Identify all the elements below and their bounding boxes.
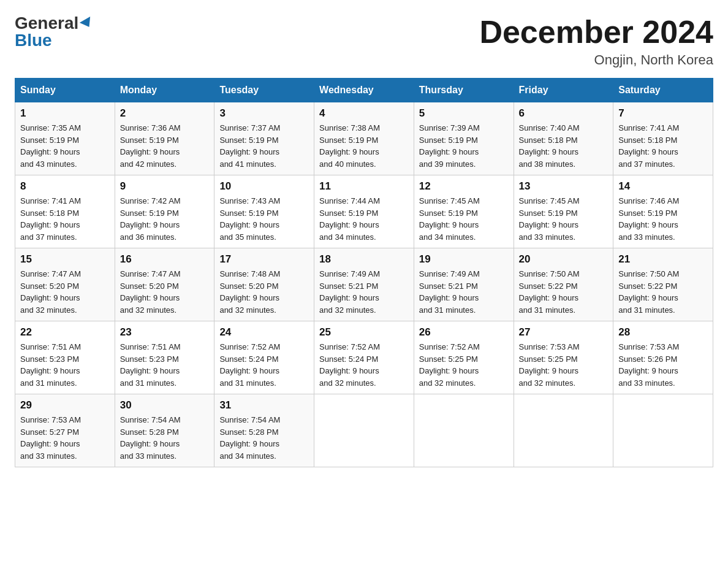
day-info: Sunrise: 7:36 AMSunset: 5:19 PMDaylight:…	[120, 122, 210, 170]
calendar-cell: 24Sunrise: 7:52 AMSunset: 5:24 PMDayligh…	[214, 321, 314, 394]
day-info: Sunrise: 7:53 AMSunset: 5:27 PMDaylight:…	[20, 414, 110, 462]
calendar-cell: 19Sunrise: 7:49 AMSunset: 5:21 PMDayligh…	[414, 248, 514, 321]
day-number: 17	[219, 253, 309, 266]
day-number: 11	[319, 180, 409, 193]
day-info: Sunrise: 7:53 AMSunset: 5:26 PMDaylight:…	[618, 341, 708, 389]
title-block: December 2024 Ongjin, North Korea	[479, 15, 713, 68]
calendar-cell	[314, 394, 414, 467]
day-info: Sunrise: 7:45 AMSunset: 5:19 PMDaylight:…	[519, 195, 609, 243]
day-number: 27	[519, 326, 609, 339]
day-number: 16	[120, 253, 210, 266]
logo: General Blue	[15, 15, 93, 49]
day-number: 25	[319, 326, 409, 339]
day-info: Sunrise: 7:50 AMSunset: 5:22 PMDaylight:…	[618, 268, 708, 316]
day-number: 7	[618, 107, 708, 120]
day-number: 31	[219, 399, 309, 412]
month-title: December 2024	[479, 15, 713, 50]
calendar-cell: 27Sunrise: 7:53 AMSunset: 5:25 PMDayligh…	[514, 321, 613, 394]
day-number: 1	[20, 107, 110, 120]
day-number: 9	[120, 180, 210, 193]
calendar-cell: 26Sunrise: 7:52 AMSunset: 5:25 PMDayligh…	[414, 321, 514, 394]
day-header-friday: Friday	[514, 79, 613, 102]
day-info: Sunrise: 7:50 AMSunset: 5:22 PMDaylight:…	[519, 268, 609, 316]
day-info: Sunrise: 7:43 AMSunset: 5:19 PMDaylight:…	[219, 195, 309, 243]
day-number: 30	[120, 399, 210, 412]
calendar-cell: 25Sunrise: 7:52 AMSunset: 5:24 PMDayligh…	[314, 321, 414, 394]
day-info: Sunrise: 7:46 AMSunset: 5:19 PMDaylight:…	[618, 195, 708, 243]
day-info: Sunrise: 7:51 AMSunset: 5:23 PMDaylight:…	[120, 341, 210, 389]
week-row-4: 22Sunrise: 7:51 AMSunset: 5:23 PMDayligh…	[15, 321, 713, 394]
day-number: 8	[20, 180, 110, 193]
day-info: Sunrise: 7:48 AMSunset: 5:20 PMDaylight:…	[219, 268, 309, 316]
day-info: Sunrise: 7:53 AMSunset: 5:25 PMDaylight:…	[519, 341, 609, 389]
calendar-table: SundayMondayTuesdayWednesdayThursdayFrid…	[15, 78, 713, 467]
week-row-5: 29Sunrise: 7:53 AMSunset: 5:27 PMDayligh…	[15, 394, 713, 467]
day-info: Sunrise: 7:49 AMSunset: 5:21 PMDaylight:…	[319, 268, 409, 316]
location-text: Ongjin, North Korea	[479, 52, 713, 68]
day-info: Sunrise: 7:52 AMSunset: 5:25 PMDaylight:…	[419, 341, 509, 389]
calendar-cell: 10Sunrise: 7:43 AMSunset: 5:19 PMDayligh…	[214, 175, 314, 248]
calendar-cell: 8Sunrise: 7:41 AMSunset: 5:18 PMDaylight…	[15, 175, 115, 248]
calendar-cell: 20Sunrise: 7:50 AMSunset: 5:22 PMDayligh…	[514, 248, 613, 321]
day-info: Sunrise: 7:54 AMSunset: 5:28 PMDaylight:…	[219, 414, 309, 462]
calendar-cell: 31Sunrise: 7:54 AMSunset: 5:28 PMDayligh…	[214, 394, 314, 467]
day-number: 13	[519, 180, 609, 193]
calendar-cell: 7Sunrise: 7:41 AMSunset: 5:18 PMDaylight…	[613, 102, 713, 175]
day-info: Sunrise: 7:39 AMSunset: 5:19 PMDaylight:…	[419, 122, 509, 170]
day-number: 15	[20, 253, 110, 266]
calendar-cell: 2Sunrise: 7:36 AMSunset: 5:19 PMDaylight…	[115, 102, 214, 175]
calendar-cell: 29Sunrise: 7:53 AMSunset: 5:27 PMDayligh…	[15, 394, 115, 467]
day-number: 20	[519, 253, 609, 266]
day-info: Sunrise: 7:41 AMSunset: 5:18 PMDaylight:…	[20, 195, 110, 243]
day-info: Sunrise: 7:35 AMSunset: 5:19 PMDaylight:…	[20, 122, 110, 170]
day-number: 24	[219, 326, 309, 339]
day-header-wednesday: Wednesday	[314, 79, 414, 102]
calendar-cell: 17Sunrise: 7:48 AMSunset: 5:20 PMDayligh…	[214, 248, 314, 321]
day-info: Sunrise: 7:40 AMSunset: 5:18 PMDaylight:…	[519, 122, 609, 170]
calendar-cell: 3Sunrise: 7:37 AMSunset: 5:19 PMDaylight…	[214, 102, 314, 175]
day-info: Sunrise: 7:37 AMSunset: 5:19 PMDaylight:…	[219, 122, 309, 170]
calendar-cell: 28Sunrise: 7:53 AMSunset: 5:26 PMDayligh…	[613, 321, 713, 394]
calendar-cell: 23Sunrise: 7:51 AMSunset: 5:23 PMDayligh…	[115, 321, 214, 394]
day-number: 23	[120, 326, 210, 339]
day-number: 3	[219, 107, 309, 120]
calendar-cell: 21Sunrise: 7:50 AMSunset: 5:22 PMDayligh…	[613, 248, 713, 321]
day-info: Sunrise: 7:38 AMSunset: 5:19 PMDaylight:…	[319, 122, 409, 170]
calendar-cell: 6Sunrise: 7:40 AMSunset: 5:18 PMDaylight…	[514, 102, 613, 175]
days-of-week-row: SundayMondayTuesdayWednesdayThursdayFrid…	[15, 79, 713, 102]
calendar-cell	[613, 394, 713, 467]
calendar-cell: 15Sunrise: 7:47 AMSunset: 5:20 PMDayligh…	[15, 248, 115, 321]
day-number: 4	[319, 107, 409, 120]
day-info: Sunrise: 7:47 AMSunset: 5:20 PMDaylight:…	[120, 268, 210, 316]
logo-arrow-icon	[80, 17, 94, 30]
calendar-cell: 18Sunrise: 7:49 AMSunset: 5:21 PMDayligh…	[314, 248, 414, 321]
day-number: 6	[519, 107, 609, 120]
day-info: Sunrise: 7:52 AMSunset: 5:24 PMDaylight:…	[319, 341, 409, 389]
day-number: 19	[419, 253, 509, 266]
calendar-cell: 22Sunrise: 7:51 AMSunset: 5:23 PMDayligh…	[15, 321, 115, 394]
week-row-1: 1Sunrise: 7:35 AMSunset: 5:19 PMDaylight…	[15, 102, 713, 175]
calendar-cell: 14Sunrise: 7:46 AMSunset: 5:19 PMDayligh…	[613, 175, 713, 248]
calendar-cell: 30Sunrise: 7:54 AMSunset: 5:28 PMDayligh…	[115, 394, 214, 467]
day-number: 18	[319, 253, 409, 266]
logo-general-text: General	[15, 15, 78, 32]
day-number: 28	[618, 326, 708, 339]
day-number: 22	[20, 326, 110, 339]
calendar-cell	[414, 394, 514, 467]
calendar-cell: 4Sunrise: 7:38 AMSunset: 5:19 PMDaylight…	[314, 102, 414, 175]
calendar-cell: 5Sunrise: 7:39 AMSunset: 5:19 PMDaylight…	[414, 102, 514, 175]
day-info: Sunrise: 7:51 AMSunset: 5:23 PMDaylight:…	[20, 341, 110, 389]
day-info: Sunrise: 7:49 AMSunset: 5:21 PMDaylight:…	[419, 268, 509, 316]
calendar-cell: 1Sunrise: 7:35 AMSunset: 5:19 PMDaylight…	[15, 102, 115, 175]
day-info: Sunrise: 7:52 AMSunset: 5:24 PMDaylight:…	[219, 341, 309, 389]
calendar-cell: 9Sunrise: 7:42 AMSunset: 5:19 PMDaylight…	[115, 175, 214, 248]
calendar-cell	[514, 394, 613, 467]
day-header-sunday: Sunday	[15, 79, 115, 102]
calendar-cell: 12Sunrise: 7:45 AMSunset: 5:19 PMDayligh…	[414, 175, 514, 248]
day-info: Sunrise: 7:47 AMSunset: 5:20 PMDaylight:…	[20, 268, 110, 316]
day-info: Sunrise: 7:41 AMSunset: 5:18 PMDaylight:…	[618, 122, 708, 170]
day-header-tuesday: Tuesday	[214, 79, 314, 102]
day-header-saturday: Saturday	[613, 79, 713, 102]
calendar-cell: 11Sunrise: 7:44 AMSunset: 5:19 PMDayligh…	[314, 175, 414, 248]
day-number: 5	[419, 107, 509, 120]
